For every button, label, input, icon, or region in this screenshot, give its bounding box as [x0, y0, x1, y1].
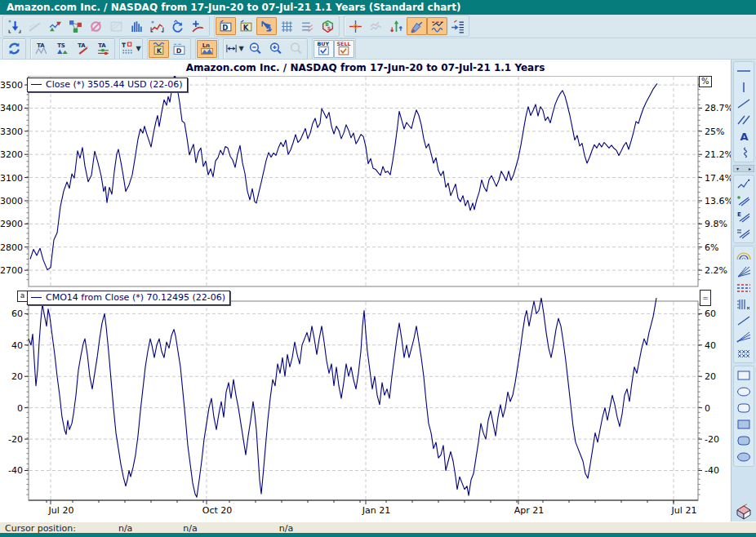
- left-axis-label: 2700: [0, 265, 23, 276]
- splitter-collapse-icon: ▾: [736, 166, 739, 171]
- line-indicator-button[interactable]: *: [147, 17, 167, 35]
- k-frame-icon: K: [239, 20, 253, 33]
- secondary-toolbar: TA TS TA TA T▼ K D Ln ▼ BUY SELL: [0, 38, 756, 60]
- fan-lines-tool[interactable]: [734, 264, 754, 280]
- toolbar-group-data: * *: [2, 16, 210, 37]
- indicator-list-button[interactable]: [447, 17, 468, 35]
- compress-chart-button[interactable]: [256, 17, 277, 35]
- x-axis-label: Jul 20: [48, 505, 74, 516]
- overlay-lines-button[interactable]: [297, 17, 318, 35]
- zigzag-tool[interactable]: [734, 176, 754, 193]
- log-scale-button[interactable]: Ln: [197, 40, 217, 58]
- template-grid-button[interactable]: T▼: [121, 40, 141, 58]
- app-window: Amazon.com Inc. / NASDAQ from 17-Jun-20 …: [0, 0, 756, 537]
- draw-mode-button[interactable]: [407, 17, 427, 35]
- sidebar-splitter[interactable]: ▾▸: [733, 165, 754, 172]
- ta-mountains-icon: TA: [34, 42, 50, 55]
- wave-lines-icon: [430, 20, 444, 33]
- vertical-line-tool[interactable]: [734, 79, 754, 95]
- filled-ellipse-tool[interactable]: [734, 449, 754, 465]
- k-frame-button[interactable]: K: [236, 17, 256, 35]
- autoscale-button[interactable]: [386, 17, 407, 35]
- detached-pane-button[interactable]: D: [169, 40, 189, 58]
- zigzag-overlay-button[interactable]: [366, 17, 386, 35]
- speed-lines-tool[interactable]: [734, 329, 754, 345]
- add-indicator-button[interactable]: [188, 17, 208, 35]
- vertical-range-tool[interactable]: [734, 296, 754, 313]
- elliott-wave-tool[interactable]: E: [734, 209, 754, 225]
- workspace: Amazon.com Inc. / NASDAQ from 17-Jun-20 …: [0, 60, 756, 521]
- parallel-channel-tool[interactable]: [734, 112, 754, 128]
- double-zigzag-icon: [369, 20, 383, 33]
- vertical-bars-icon: [735, 298, 753, 311]
- dashed-levels-tool[interactable]: [734, 280, 754, 296]
- filled-rectangle-icon: [735, 418, 753, 431]
- svg-text:D: D: [176, 47, 182, 55]
- svg-text:TA: TA: [98, 42, 106, 49]
- view-3d-button[interactable]: [734, 504, 754, 520]
- regression-tool[interactable]: [734, 225, 754, 242]
- filled-ellipse-icon: [735, 450, 753, 464]
- chart-area[interactable]: Amazon.com Inc. / NASDAQ from 17-Jun-20 …: [0, 60, 731, 521]
- zoom-out-icon: [248, 42, 262, 55]
- refresh-button[interactable]: [4, 40, 24, 58]
- ta-draw-button[interactable]: TA: [73, 40, 93, 58]
- rectangle-tool[interactable]: [734, 367, 754, 384]
- signal-chart-button[interactable]: [45, 17, 65, 35]
- candlestick-pane-button[interactable]: K: [149, 40, 169, 58]
- linked-charts-button[interactable]: [65, 17, 86, 35]
- grid-toggle-button[interactable]: [277, 17, 297, 35]
- histogram-button[interactable]: [127, 17, 147, 35]
- ellipse-tool[interactable]: [734, 384, 754, 400]
- ta-settings-button[interactable]: TA: [93, 40, 113, 58]
- line-tools-group: A: [733, 61, 754, 162]
- template-dropdown-arrow[interactable]: ▼: [136, 45, 140, 52]
- close-legend[interactable]: Close (*) 3505.44 USD (22-06): [27, 78, 188, 92]
- chart-title: Amazon.com Inc. / NASDAQ from 17-Jun-20 …: [0, 60, 731, 76]
- svg-text:BUY: BUY: [317, 41, 329, 47]
- rounded-rect-tool[interactable]: [734, 400, 754, 416]
- ts-triangles-icon: TS: [55, 42, 70, 55]
- arrow-list-icon: [451, 20, 465, 33]
- bar-width-button[interactable]: ▼: [225, 40, 245, 58]
- left-axis-label: 3200: [0, 149, 23, 160]
- area-pattern-button[interactable]: [106, 17, 127, 35]
- shape-tools-group: [733, 366, 754, 467]
- filled-rectangle-tool[interactable]: [734, 416, 754, 433]
- buy-sell-signals-button[interactable]: BS: [318, 17, 338, 35]
- trendline-tool-button[interactable]: [24, 17, 45, 35]
- detach-button[interactable]: [86, 17, 106, 35]
- horizontal-line-tool[interactable]: [734, 63, 754, 79]
- scale-arrows-icon: [389, 20, 403, 33]
- annotation-lines-button[interactable]: [427, 17, 447, 35]
- crosshatch-tool[interactable]: [734, 345, 754, 362]
- ln-mountain-icon: Ln: [200, 42, 214, 55]
- download-quotes-button[interactable]: *: [4, 17, 24, 35]
- pane-scale-button[interactable]: =: [700, 290, 711, 306]
- ta-patterns-button[interactable]: TA: [32, 40, 52, 58]
- toolbar-group-zoom: ▼: [223, 38, 308, 60]
- toolbar-group-draw: [344, 16, 469, 37]
- zoom-out-button[interactable]: [245, 40, 265, 58]
- daily-frame-button[interactable]: D: [216, 17, 236, 35]
- zoom-reset-button[interactable]: [286, 40, 306, 58]
- toolbar-group-kd: K D: [147, 38, 191, 60]
- buy-marker-button[interactable]: BUY: [314, 40, 334, 58]
- ray-tool[interactable]: [734, 313, 754, 329]
- filled-rounded-rect-tool[interactable]: [734, 433, 754, 449]
- text-tool[interactable]: A: [734, 128, 754, 144]
- width-dropdown-arrow[interactable]: ▼: [238, 45, 243, 52]
- fibonacci-arcs-tool[interactable]: [734, 247, 754, 264]
- trend-line-tool[interactable]: [734, 95, 754, 112]
- left-axis-label: 60: [11, 308, 23, 319]
- freehand-tool[interactable]: [734, 144, 754, 161]
- crosshair-button[interactable]: [345, 17, 366, 35]
- cmo-legend[interactable]: CMO14 from Close (*) 70.12495 (22-06): [27, 291, 230, 305]
- sell-marker-button[interactable]: SELL: [334, 40, 354, 58]
- reload-history-button[interactable]: [167, 17, 188, 35]
- trend-tools-group: E: [733, 175, 754, 243]
- zoom-in-button[interactable]: [265, 40, 286, 58]
- ts-signals-button[interactable]: TS: [52, 40, 73, 58]
- pane-auto-button[interactable]: a: [17, 291, 28, 302]
- channel-marked-tool[interactable]: [734, 193, 754, 209]
